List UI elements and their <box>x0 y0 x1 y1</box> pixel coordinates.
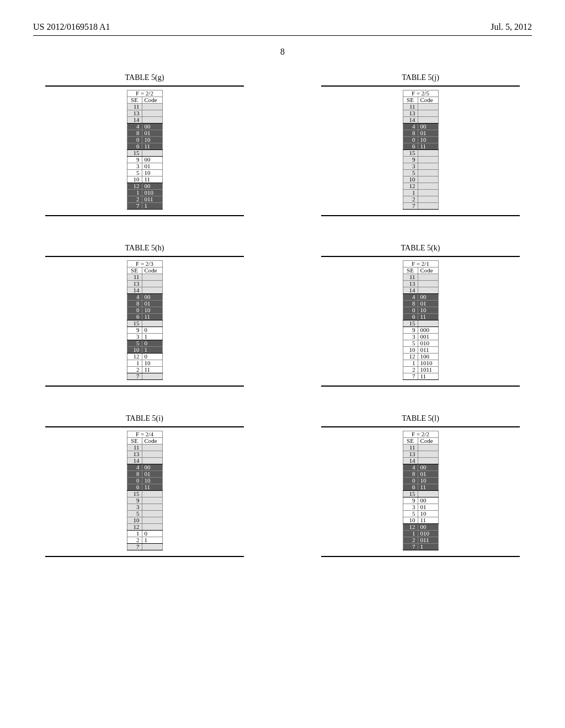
column-header-se: SE <box>403 97 418 104</box>
table-row: 211 <box>127 367 162 373</box>
table-row: 14 <box>127 458 162 464</box>
se-cell: 9 <box>127 157 142 163</box>
code-cell: 10 <box>418 478 438 484</box>
se-cell: 8 <box>403 130 418 137</box>
code-cell <box>142 491 162 497</box>
se-cell: 11 <box>127 104 142 110</box>
code-cell: 11 <box>418 143 438 150</box>
code-cell: 01 <box>142 130 162 137</box>
table-row: 9000 <box>403 327 438 334</box>
code-cell <box>418 281 438 287</box>
table-row: 12100 <box>403 354 438 360</box>
se-cell: 15 <box>127 150 142 157</box>
table-row: 400 <box>403 124 438 130</box>
code-cell <box>142 117 162 124</box>
code-cell: 11 <box>142 176 162 183</box>
table-row: 11 <box>127 274 162 281</box>
column-header-se: SE <box>127 97 142 104</box>
table-row: 21011 <box>403 367 438 373</box>
se-cell: 7 <box>403 373 418 380</box>
code-cell: 00 <box>142 464 162 471</box>
code-cell: 011 <box>418 537 438 544</box>
se-cell: 11 <box>127 445 142 451</box>
table-row: 31 <box>127 334 162 340</box>
code-cell: 100 <box>418 354 438 360</box>
table-row: 11 <box>127 445 162 451</box>
se-cell: 15 <box>127 320 142 327</box>
table-title: F = 2/2 <box>127 90 162 97</box>
table-block-l: TABLE 5(l)F = 2/2SECode11131440080101061… <box>321 414 520 557</box>
code-cell: 10 <box>418 307 438 314</box>
code-cell <box>142 517 162 524</box>
code-cell <box>142 150 162 157</box>
column-header-se: SE <box>127 438 142 445</box>
table-row: 15 <box>403 150 438 157</box>
code-cell: 0 <box>142 531 162 537</box>
se-cell: 9 <box>403 157 418 163</box>
table-row: 2011 <box>127 196 162 203</box>
code-cell: 000 <box>418 327 438 334</box>
table-row: 1011 <box>127 176 162 183</box>
table-row: 10 <box>127 531 162 537</box>
se-cell: 6 <box>403 143 418 150</box>
se-cell: 8 <box>127 301 142 307</box>
table-row: 3001 <box>403 334 438 340</box>
se-cell: 11 <box>127 274 142 281</box>
code-cell: 01 <box>142 301 162 307</box>
se-cell: 2 <box>403 537 418 544</box>
column-header-se: SE <box>403 438 418 445</box>
code-table: F = 2/4SECode111314400801010611159351012… <box>127 431 163 550</box>
code-cell <box>418 491 438 497</box>
code-cell: 1011 <box>418 367 438 373</box>
code-cell: 11 <box>418 517 438 524</box>
table-row: 801 <box>127 130 162 137</box>
horizontal-rule <box>321 256 520 257</box>
se-cell: 14 <box>403 117 418 124</box>
table-row: 711 <box>403 373 438 380</box>
se-cell: 13 <box>127 110 142 117</box>
table-row: 400 <box>127 124 162 130</box>
code-table: F = 2/5SECode111314400801010611159351012… <box>403 90 439 210</box>
se-cell: 14 <box>127 458 142 464</box>
table-row: 12 <box>127 524 162 531</box>
table-row: 3 <box>403 163 438 170</box>
column-header-code: Code <box>142 97 162 104</box>
table-row: 7 <box>127 544 162 550</box>
code-cell <box>418 203 438 210</box>
table-caption: TABLE 5(g) <box>125 73 164 82</box>
table-row: 400 <box>127 294 162 301</box>
right-column: TABLE 5(j)F = 2/5SECode11131440080101061… <box>321 73 520 585</box>
se-cell: 0 <box>403 478 418 484</box>
se-cell: 1 <box>403 360 418 367</box>
se-cell: 5 <box>403 511 418 517</box>
table-row: 21 <box>127 537 162 544</box>
se-cell: 8 <box>403 301 418 307</box>
code-cell: 00 <box>418 294 438 301</box>
se-cell: 3 <box>127 163 142 170</box>
code-cell: 010 <box>142 190 162 196</box>
table-row: 611 <box>127 314 162 320</box>
table-row: 010 <box>127 137 162 143</box>
code-cell <box>418 458 438 464</box>
se-cell: 4 <box>403 294 418 301</box>
code-cell: 01 <box>142 471 162 478</box>
code-cell: 11 <box>418 373 438 380</box>
se-cell: 8 <box>127 471 142 478</box>
table-row: 110 <box>127 360 162 367</box>
se-cell: 6 <box>127 143 142 150</box>
table-row: 400 <box>403 464 438 471</box>
code-cell <box>142 511 162 517</box>
table-row: 11 <box>403 104 438 110</box>
table-row: 15 <box>403 491 438 497</box>
table-row: 14 <box>403 458 438 464</box>
se-cell: 4 <box>403 124 418 130</box>
se-cell: 12 <box>403 354 418 360</box>
code-cell <box>418 196 438 203</box>
table-row: 7 <box>403 203 438 210</box>
se-cell: 15 <box>127 491 142 497</box>
code-cell <box>418 110 438 117</box>
horizontal-rule <box>45 256 244 257</box>
se-cell: 3 <box>403 504 418 511</box>
table-row: 10 <box>403 176 438 183</box>
table-row: 2 <box>403 196 438 203</box>
